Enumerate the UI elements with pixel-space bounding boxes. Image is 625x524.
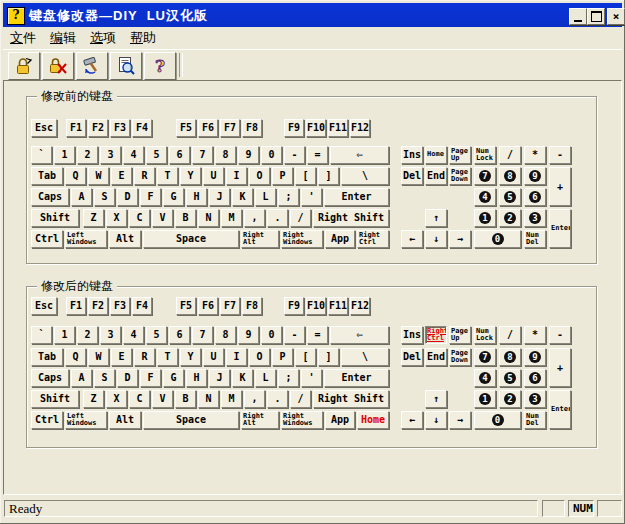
key-e[interactable]: E [111,167,132,185]
key-e[interactable]: E [111,348,132,366]
key-page-down[interactable]: PageDown [449,348,471,366]
menu-item[interactable]: 编辑 [43,28,83,48]
key-space[interactable]: Space [143,411,239,429]
key-f3[interactable]: F3 [110,119,130,137]
key-6[interactable]: 6 [169,326,190,344]
key-5[interactable]: 5 [146,326,167,344]
key-caps[interactable]: Caps [31,188,69,206]
key-f2[interactable]: F2 [88,119,108,137]
key-alt[interactable]: Alt [109,230,141,248]
key-j[interactable]: J [209,188,230,206]
key-f1[interactable]: F1 [66,297,86,315]
key-f8[interactable]: F8 [242,297,262,315]
key-g[interactable]: G [163,369,184,387]
key-.[interactable]: . [267,209,288,227]
key-f10[interactable]: F10 [306,297,326,315]
key-5[interactable]: 5 [499,369,521,387]
key-backslash[interactable]: \ [341,348,389,366]
key-h[interactable]: H [186,188,207,206]
key-esc[interactable]: Esc [31,119,57,137]
key-num-lock[interactable]: NumLock [474,146,496,164]
key-c[interactable]: C [129,390,150,408]
key-r[interactable]: R [134,167,155,185]
key-2[interactable]: 2 [77,326,98,344]
key-v[interactable]: V [152,390,173,408]
key-/[interactable]: / [290,209,311,227]
key-del[interactable]: Del [401,348,423,366]
key-right-alt[interactable]: RightAlt [241,411,279,429]
key-l[interactable]: L [255,188,276,206]
key--[interactable]: - [549,146,571,164]
key-6[interactable]: 6 [169,146,190,164]
key-enter[interactable]: Enter [324,369,389,387]
key-↑[interactable]: ↑ [425,209,447,227]
key-space[interactable]: Space [143,230,239,248]
key-x[interactable]: X [106,209,127,227]
key-5[interactable]: 5 [499,188,521,206]
key-9[interactable]: 9 [524,348,546,366]
key-→[interactable]: → [449,230,471,248]
key-;[interactable]: ; [278,369,299,387]
key-][interactable]: ] [318,348,339,366]
key-f4[interactable]: F4 [132,119,152,137]
key-f9[interactable]: F9 [284,297,304,315]
key-right-windows[interactable]: RightWindows [281,230,323,248]
key-y[interactable]: Y [180,167,201,185]
key-v[interactable]: V [152,209,173,227]
key-x[interactable]: X [106,390,127,408]
key-app[interactable]: App [325,411,355,429]
key-c[interactable]: C [129,209,150,227]
key-*[interactable]: * [524,326,546,344]
key-right shift[interactable]: Right Shift [313,209,389,227]
key-f5[interactable]: F5 [176,119,196,137]
key-6[interactable]: 6 [524,369,546,387]
key-f2[interactable]: F2 [88,297,108,315]
key-0[interactable]: 0 [474,411,521,429]
key-1[interactable]: 1 [474,209,496,227]
key-,[interactable]: , [244,209,265,227]
key-k[interactable]: K [232,369,253,387]
key-m[interactable]: M [221,390,242,408]
key-f11[interactable]: F11 [328,297,348,315]
key-f10[interactable]: F10 [306,119,326,137]
key-i[interactable]: I [226,167,247,185]
key-1[interactable]: 1 [474,390,496,408]
key-f9[interactable]: F9 [284,119,304,137]
key-2[interactable]: 2 [499,209,521,227]
key-w[interactable]: W [88,167,109,185]
key-f6[interactable]: F6 [198,297,218,315]
key-7[interactable]: 7 [474,167,496,185]
key-b[interactable]: B [175,390,196,408]
key-g[interactable]: G [163,188,184,206]
key-tab[interactable]: Tab [31,348,63,366]
key-f4[interactable]: F4 [132,297,152,315]
key-ins[interactable]: Ins [401,146,423,164]
toolbar-button-2[interactable] [42,52,74,80]
key-1[interactable]: 1 [54,146,75,164]
key-u[interactable]: U [203,348,224,366]
key-p[interactable]: P [272,348,293,366]
key-ins[interactable]: Ins [401,326,423,344]
key-t[interactable]: T [157,348,178,366]
key-backslash[interactable]: \ [341,167,389,185]
key-j[interactable]: J [209,369,230,387]
key-f7[interactable]: F7 [220,119,240,137]
key-left-windows[interactable]: LeftWindows [65,411,107,429]
key-num-del[interactable]: NumDel [524,230,546,248]
key-9[interactable]: 9 [238,146,259,164]
key-app[interactable]: App [325,230,355,248]
key-f8[interactable]: F8 [242,119,262,137]
key-caps[interactable]: Caps [31,369,69,387]
key-o[interactable]: O [249,348,270,366]
key-=[interactable]: = [307,326,328,344]
key-f6[interactable]: F6 [198,119,218,137]
key-+[interactable]: + [549,348,571,387]
toolbar-button-3[interactable] [76,52,108,80]
key-=[interactable]: = [307,146,328,164]
key-right-ctrl[interactable]: RightCtrl [425,326,447,344]
key-a[interactable]: A [71,188,92,206]
key-⇦[interactable]: ⇦ [330,146,389,164]
key-s[interactable]: S [94,369,115,387]
key-z[interactable]: Z [83,390,104,408]
key-r[interactable]: R [134,348,155,366]
